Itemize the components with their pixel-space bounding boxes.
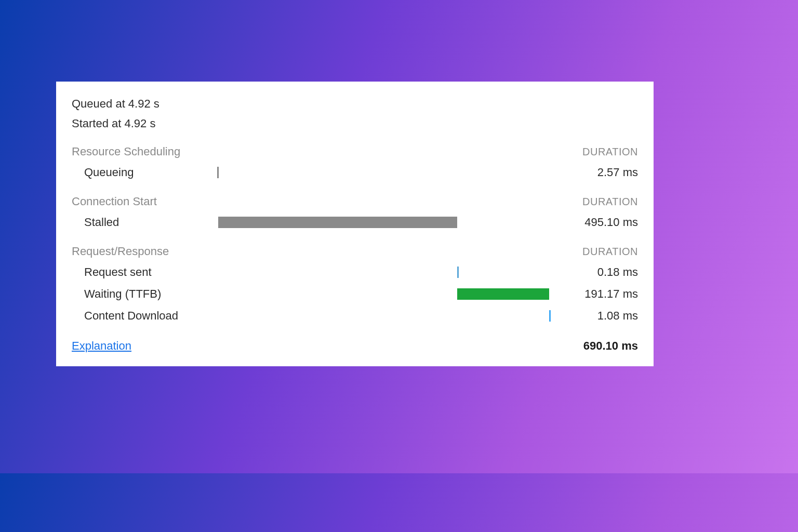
timing-bar-stalled <box>218 217 457 228</box>
row-queueing: Queueing 2.57 ms <box>72 165 638 180</box>
row-label: Queueing <box>72 166 217 179</box>
timing-bar-track <box>217 288 550 300</box>
row-content-download: Content Download 1.08 ms <box>72 308 638 324</box>
row-label: Content Download <box>72 309 217 323</box>
queued-at-text: Queued at 4.92 s <box>72 97 638 111</box>
timing-bar-waiting-ttfb <box>457 288 549 300</box>
section-head: Request/Response DURATION <box>72 245 638 258</box>
timing-bar-queueing <box>217 167 219 178</box>
duration-header: DURATION <box>582 146 638 158</box>
timing-panel: Queued at 4.92 s Started at 4.92 s Resou… <box>56 82 654 366</box>
panel-footer: Explanation 690.10 ms <box>72 339 638 353</box>
section-title: Request/Response <box>72 245 169 258</box>
duration-header: DURATION <box>582 196 638 208</box>
started-at-text: Started at 4.92 s <box>72 117 638 130</box>
timing-bar-track <box>217 310 550 322</box>
timing-bar-content-download <box>549 310 551 322</box>
total-duration: 690.10 ms <box>583 339 638 353</box>
row-value: 2.57 ms <box>560 166 638 179</box>
row-label: Waiting (TTFB) <box>72 287 217 301</box>
timing-bar-track <box>217 167 550 178</box>
section-head: Resource Scheduling DURATION <box>72 145 638 158</box>
section-connection-start: Connection Start DURATION Stalled 495.10… <box>72 195 638 230</box>
row-waiting-ttfb: Waiting (TTFB) 191.17 ms <box>72 286 638 302</box>
row-label: Request sent <box>72 265 217 279</box>
timing-bar-track <box>217 267 550 278</box>
row-value: 1.08 ms <box>560 309 638 323</box>
row-value: 495.10 ms <box>560 216 638 229</box>
explanation-link[interactable]: Explanation <box>72 339 131 353</box>
section-head: Connection Start DURATION <box>72 195 638 208</box>
row-value: 0.18 ms <box>560 265 638 279</box>
section-title: Resource Scheduling <box>72 145 180 158</box>
row-request-sent: Request sent 0.18 ms <box>72 264 638 280</box>
duration-header: DURATION <box>582 246 638 258</box>
row-stalled: Stalled 495.10 ms <box>72 215 638 230</box>
row-value: 191.17 ms <box>560 287 638 301</box>
section-request-response: Request/Response DURATION Request sent 0… <box>72 245 638 324</box>
timing-bar-track <box>217 217 550 228</box>
timing-bar-request-sent <box>457 267 459 278</box>
row-label: Stalled <box>72 216 217 229</box>
section-resource-scheduling: Resource Scheduling DURATION Queueing 2.… <box>72 145 638 180</box>
section-title: Connection Start <box>72 195 157 208</box>
